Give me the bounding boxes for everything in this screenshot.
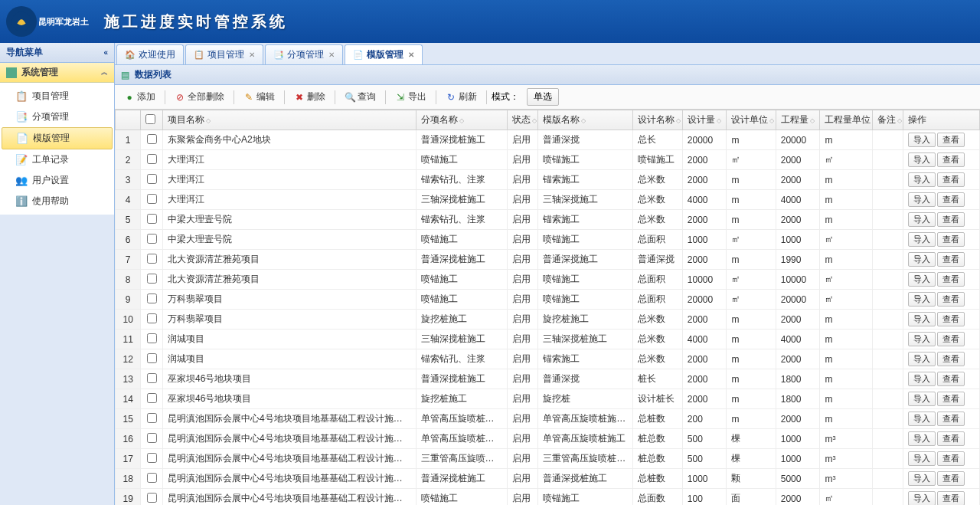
row-checkbox[interactable] [147, 134, 157, 144]
export-button[interactable]: ⇲导出 [390, 89, 431, 105]
import-button[interactable]: 导入 [908, 372, 936, 386]
sidebar-item-2[interactable]: 📄模版管理 [2, 127, 113, 149]
view-button[interactable]: 查看 [937, 232, 965, 247]
table-row[interactable]: 5中梁大理壹号院锚索钻孔、注浆启用锚索施工总米数2000m2000m导入查看 [116, 210, 980, 230]
row-checkbox[interactable] [147, 353, 157, 363]
table-row[interactable]: 2大理洱江喷锚施工启用喷锚施工喷锚施工2000㎡2000㎡导入查看 [116, 150, 980, 170]
row-checkbox[interactable] [147, 413, 157, 423]
table-row[interactable]: 13巫家坝46号地块项目普通深搅桩施工启用普通深搅桩长2000m1800m导入查… [116, 369, 980, 389]
tab-2[interactable]: 📑分项管理✕ [265, 44, 343, 64]
row-checkbox[interactable] [147, 313, 157, 323]
row-checkbox[interactable] [147, 254, 157, 264]
import-button[interactable]: 导入 [908, 332, 936, 346]
col-design-unit[interactable]: 设计单位◇ [727, 110, 776, 130]
col-design[interactable]: 设计名称◇ [633, 110, 682, 130]
import-button[interactable]: 导入 [908, 471, 936, 486]
row-checkbox[interactable] [147, 453, 157, 463]
import-button[interactable]: 导入 [908, 212, 936, 227]
table-row[interactable]: 1东聚紫金商务中心A2地块普通深搅桩施工启用普通深搅总长20000m20000m… [116, 130, 980, 150]
delete-all-button[interactable]: ⊘全部删除 [170, 89, 229, 105]
import-button[interactable]: 导入 [908, 192, 936, 207]
view-button[interactable]: 查看 [937, 392, 965, 406]
sidebar-item-0[interactable]: 📋项目管理 [0, 86, 114, 107]
col-checkbox[interactable] [141, 110, 163, 130]
row-checkbox[interactable] [147, 473, 157, 483]
sidebar-section[interactable]: 系统管理 ︽ [0, 63, 114, 83]
view-button[interactable]: 查看 [937, 491, 965, 505]
view-button[interactable]: 查看 [937, 272, 965, 287]
row-checkbox[interactable] [147, 234, 157, 244]
view-button[interactable]: 查看 [937, 332, 965, 346]
delete-button[interactable]: ✖删除 [289, 89, 330, 105]
tab-1[interactable]: 📋项目管理✕ [185, 44, 263, 64]
col-work-qty[interactable]: 工程量◇ [776, 110, 820, 130]
mode-single-button[interactable]: 单选 [527, 88, 559, 106]
view-button[interactable]: 查看 [937, 372, 965, 386]
table-row[interactable]: 14巫家坝46号地块项目旋挖桩施工启用旋挖桩设计桩长2000m1800m导入查看 [116, 389, 980, 409]
row-checkbox[interactable] [147, 433, 157, 443]
table-row[interactable]: 7北大资源清芷雅苑项目普通深搅桩施工启用普通深搅施工普通深搅2000m1990m… [116, 250, 980, 270]
view-button[interactable]: 查看 [937, 172, 965, 187]
table-row[interactable]: 4大理洱江三轴深搅桩施工启用三轴深搅施工总米数4000m4000m导入查看 [116, 190, 980, 210]
view-button[interactable]: 查看 [937, 412, 965, 426]
col-work-unit[interactable]: 工程量单位◇ [820, 110, 873, 130]
table-row[interactable]: 11润城项目三轴深搅桩施工启用三轴深搅桩施工总米数4000m4000m导入查看 [116, 330, 980, 349]
view-button[interactable]: 查看 [937, 133, 965, 147]
tab-3[interactable]: 📄模版管理✕ [345, 44, 423, 64]
row-checkbox[interactable] [147, 154, 157, 164]
row-checkbox[interactable] [147, 214, 157, 224]
close-icon[interactable]: ✕ [408, 51, 414, 59]
table-row[interactable]: 6中梁大理壹号院喷锚施工启用喷锚施工总面积1000㎡1000㎡导入查看 [116, 230, 980, 250]
import-button[interactable]: 导入 [908, 152, 936, 167]
col-subitem[interactable]: 分项名称◇ [416, 110, 508, 130]
add-button[interactable]: ●添加 [119, 89, 160, 105]
table-row[interactable]: 16昆明滇池国际会展中心4号地块项目地基基础工程设计施工一体化单管高压旋喷桩施工… [116, 429, 980, 449]
view-button[interactable]: 查看 [937, 152, 965, 167]
sidebar-item-1[interactable]: 📑分项管理 [0, 107, 114, 127]
query-button[interactable]: 🔍查询 [340, 89, 381, 105]
import-button[interactable]: 导入 [908, 412, 936, 426]
import-button[interactable]: 导入 [908, 272, 936, 287]
view-button[interactable]: 查看 [937, 471, 965, 486]
close-icon[interactable]: ✕ [328, 51, 335, 59]
close-icon[interactable]: ✕ [249, 51, 255, 59]
table-row[interactable]: 19昆明滇池国际会展中心4号地块项目地基基础工程设计施工一体化喷锚施工启用喷锚施… [116, 489, 980, 506]
table-row[interactable]: 12润城项目锚索钻孔、注浆启用锚索施工总米数2000m2000m导入查看 [116, 349, 980, 369]
import-button[interactable]: 导入 [908, 172, 936, 187]
check-all[interactable] [145, 114, 155, 124]
table-row[interactable]: 18昆明滇池国际会展中心4号地块项目地基基础工程设计施工一体化普通深搅桩施工启用… [116, 469, 980, 489]
row-checkbox[interactable] [147, 493, 157, 503]
table-row[interactable]: 3大理洱江锚索钻孔、注浆启用锚索施工总米数2000m2000m导入查看 [116, 170, 980, 190]
table-row[interactable]: 17昆明滇池国际会展中心4号地块项目地基基础工程设计施工一体化三重管高压旋喷桩施… [116, 449, 980, 469]
view-button[interactable]: 查看 [937, 431, 965, 446]
import-button[interactable]: 导入 [908, 352, 936, 366]
import-button[interactable]: 导入 [908, 133, 936, 147]
row-checkbox[interactable] [147, 333, 157, 343]
row-checkbox[interactable] [147, 393, 157, 403]
collapse-icon[interactable]: « [103, 48, 108, 57]
col-project[interactable]: 项目名称◇ [163, 110, 416, 130]
import-button[interactable]: 导入 [908, 312, 936, 326]
col-template[interactable]: 模版名称◇ [538, 110, 633, 130]
sidebar-item-5[interactable]: ℹ️使用帮助 [0, 191, 114, 212]
import-button[interactable]: 导入 [908, 292, 936, 307]
sidebar-item-3[interactable]: 📝工单记录 [0, 149, 114, 170]
col-remark[interactable]: 备注◇ [873, 110, 903, 130]
table-row[interactable]: 15昆明滇池国际会展中心4号地块项目地基基础工程设计施工一体化单管高压旋喷桩施工… [116, 409, 980, 429]
import-button[interactable]: 导入 [908, 392, 936, 406]
col-status[interactable]: 状态◇ [508, 110, 538, 130]
sidebar-item-4[interactable]: 👥用户设置 [0, 170, 114, 191]
view-button[interactable]: 查看 [937, 352, 965, 366]
import-button[interactable]: 导入 [908, 491, 936, 505]
view-button[interactable]: 查看 [937, 252, 965, 267]
edit-button[interactable]: ✎编辑 [239, 89, 279, 105]
row-checkbox[interactable] [147, 174, 157, 184]
row-checkbox[interactable] [147, 293, 157, 303]
table-row[interactable]: 10万科翡翠项目旋挖桩施工启用旋挖桩施工总米数2000m2000m导入查看 [116, 310, 980, 330]
import-button[interactable]: 导入 [908, 232, 936, 247]
import-button[interactable]: 导入 [908, 252, 936, 267]
tab-0[interactable]: 🏠欢迎使用 [116, 44, 184, 64]
import-button[interactable]: 导入 [908, 431, 936, 446]
col-design-qty[interactable]: 设计量◇ [682, 110, 727, 130]
table-row[interactable]: 8北大资源清芷雅苑项目喷锚施工启用喷锚施工总面积10000㎡10000㎡导入查看 [116, 270, 980, 290]
